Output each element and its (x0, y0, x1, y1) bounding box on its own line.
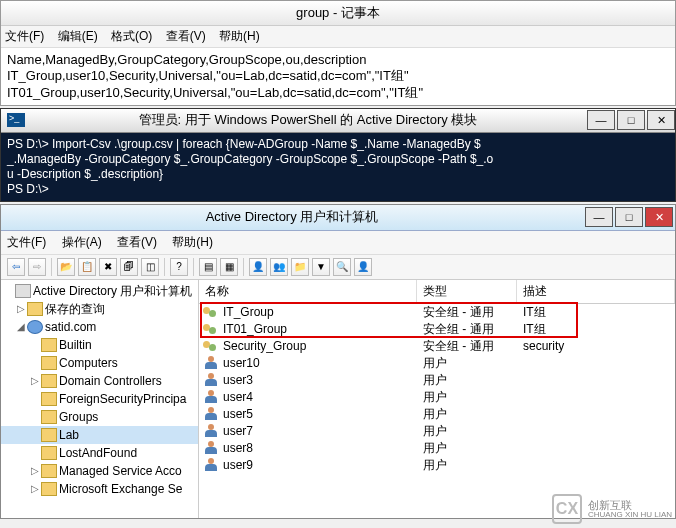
user-icon (203, 373, 219, 387)
watermark-logo-icon: CX (552, 494, 582, 524)
tree-builtin[interactable]: Builtin (1, 336, 198, 354)
list-row[interactable]: IT_Group安全组 - 通用IT组 (199, 304, 675, 321)
watermark-sub: CHUANG XIN HU LIAN (588, 511, 672, 520)
tree-pane[interactable]: Active Directory 用户和计算机 ▷保存的查询 ◢satid.co… (1, 280, 199, 518)
menu-view[interactable]: 查看(V) (166, 29, 206, 43)
row-type: 用户 (417, 423, 517, 440)
user-icon (203, 407, 219, 421)
list-row[interactable]: user4用户 (199, 389, 675, 406)
add-icon[interactable]: 👤 (354, 258, 372, 276)
tree-fsp[interactable]: ForeignSecurityPrincipa (1, 390, 198, 408)
separator (164, 258, 165, 276)
column-type[interactable]: 类型 (417, 280, 517, 303)
list-row[interactable]: user5用户 (199, 406, 675, 423)
folder-icon (41, 410, 57, 424)
row-name: IT_Group (223, 304, 274, 321)
list-row[interactable]: user10用户 (199, 355, 675, 372)
column-desc[interactable]: 描述 (517, 280, 675, 303)
tree-root[interactable]: Active Directory 用户和计算机 (1, 282, 198, 300)
separator (51, 258, 52, 276)
folder-icon (41, 428, 57, 442)
notepad-menubar: 文件(F) 编辑(E) 格式(O) 查看(V) 帮助(H) (1, 26, 675, 48)
folder-icon (41, 482, 57, 496)
filter-icon[interactable]: ▼ (312, 258, 330, 276)
forward-button[interactable]: ⇨ (28, 258, 46, 276)
list-row[interactable]: user3用户 (199, 372, 675, 389)
row-name: user5 (223, 406, 253, 423)
new-ou-icon[interactable]: 📁 (291, 258, 309, 276)
notepad-content[interactable]: Name,ManagedBy,GroupCategory,GroupScope,… (1, 48, 675, 105)
menu-edit[interactable]: 编辑(E) (58, 29, 98, 43)
tree-domain[interactable]: ◢satid.com (1, 318, 198, 336)
tree-msa[interactable]: ▷Managed Service Acco (1, 462, 198, 480)
tree-lostandfound[interactable]: LostAndFound (1, 444, 198, 462)
tree-exchange[interactable]: ▷Microsoft Exchange Se (1, 480, 198, 498)
menu-help[interactable]: 帮助(H) (219, 29, 260, 43)
powershell-titlebar: 管理员: 用于 Windows PowerShell 的 Active Dire… (1, 109, 675, 133)
folder-icon (41, 374, 57, 388)
up-button[interactable]: 📂 (57, 258, 75, 276)
menu-file[interactable]: 文件(F) (5, 29, 44, 43)
row-type: 用户 (417, 372, 517, 389)
row-type: 用户 (417, 389, 517, 406)
menu-action[interactable]: 操作(A) (62, 235, 102, 249)
list-row[interactable]: user8用户 (199, 440, 675, 457)
folder-icon (41, 338, 57, 352)
aduc-icon (15, 284, 31, 298)
row-type: 用户 (417, 355, 517, 372)
properties-icon[interactable]: 🗐 (120, 258, 138, 276)
list-row[interactable]: IT01_Group安全组 - 通用IT组 (199, 321, 675, 338)
row-name: user3 (223, 372, 253, 389)
column-name[interactable]: 名称 (199, 280, 417, 303)
list-row[interactable]: Security_Group安全组 - 通用security (199, 338, 675, 355)
aduc-toolbar: ⇦ ⇨ 📂 📋 ✖ 🗐 ◫ ? ▤ ▦ 👤 👥 📁 ▼ 🔍 👤 (1, 255, 675, 280)
list-pane[interactable]: 名称 类型 描述 IT_Group安全组 - 通用IT组IT01_Group安全… (199, 280, 675, 518)
user-icon (203, 356, 219, 370)
menu-format[interactable]: 格式(O) (111, 29, 152, 43)
minimize-button[interactable]: — (587, 110, 615, 130)
help-icon[interactable]: ? (170, 258, 188, 276)
tree-domain-controllers[interactable]: ▷Domain Controllers (1, 372, 198, 390)
tree-lab[interactable]: Lab (1, 426, 198, 444)
list-icon[interactable]: ▤ (199, 258, 217, 276)
maximize-button[interactable]: □ (615, 207, 643, 227)
minimize-button[interactable]: — (585, 207, 613, 227)
separator (193, 258, 194, 276)
refresh-icon[interactable]: ◫ (141, 258, 159, 276)
close-button[interactable]: ✕ (645, 207, 673, 227)
list-row[interactable]: user7用户 (199, 423, 675, 440)
new-group-icon[interactable]: 👥 (270, 258, 288, 276)
cut-icon[interactable]: 📋 (78, 258, 96, 276)
aduc-menubar: 文件(F) 操作(A) 查看(V) 帮助(H) (1, 231, 675, 255)
tree-computers[interactable]: Computers (1, 354, 198, 372)
list-header: 名称 类型 描述 (199, 280, 675, 304)
aduc-window: Active Directory 用户和计算机 — □ ✕ 文件(F) 操作(A… (0, 204, 676, 519)
powershell-console[interactable]: PS D:\> Import-Csv .\group.csv | foreach… (1, 133, 675, 201)
delete-icon[interactable]: ✖ (99, 258, 117, 276)
row-type: 安全组 - 通用 (417, 338, 517, 355)
group-icon (203, 339, 219, 353)
new-user-icon[interactable]: 👤 (249, 258, 267, 276)
powershell-icon (7, 113, 25, 127)
notepad-window: group - 记事本 文件(F) 编辑(E) 格式(O) 查看(V) 帮助(H… (0, 0, 676, 106)
menu-view[interactable]: 查看(V) (117, 235, 157, 249)
menu-help[interactable]: 帮助(H) (172, 235, 213, 249)
tree-saved-queries[interactable]: ▷保存的查询 (1, 300, 198, 318)
back-button[interactable]: ⇦ (7, 258, 25, 276)
aduc-title: Active Directory 用户和计算机 (1, 208, 583, 226)
menu-file[interactable]: 文件(F) (7, 235, 46, 249)
row-name: user7 (223, 423, 253, 440)
maximize-button[interactable]: □ (617, 110, 645, 130)
row-type: 用户 (417, 406, 517, 423)
folder-icon (41, 464, 57, 478)
row-name: user4 (223, 389, 253, 406)
user-icon (203, 390, 219, 404)
list-row[interactable]: user9用户 (199, 457, 675, 474)
row-type: 用户 (417, 457, 517, 474)
folder-icon (41, 356, 57, 370)
find-icon[interactable]: 🔍 (333, 258, 351, 276)
row-desc: IT组 (517, 321, 675, 338)
detail-icon[interactable]: ▦ (220, 258, 238, 276)
tree-groups[interactable]: Groups (1, 408, 198, 426)
close-button[interactable]: ✕ (647, 110, 675, 130)
